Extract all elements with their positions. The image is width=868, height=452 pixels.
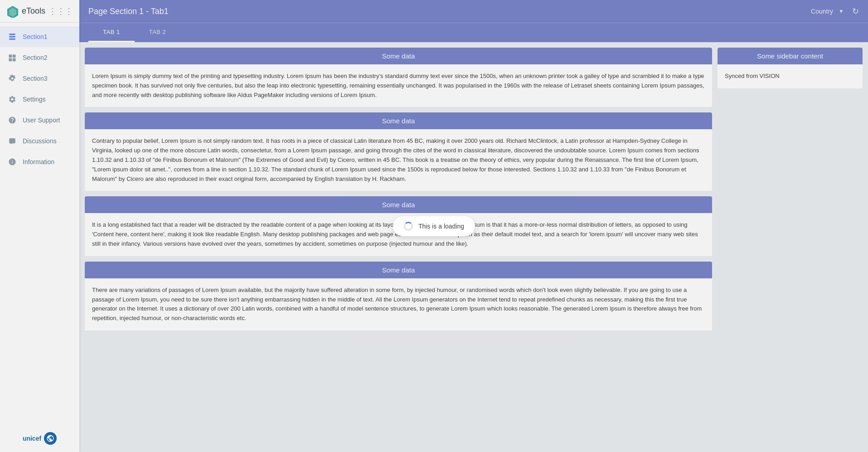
sidebar-item-information[interactable]: Information <box>0 151 79 172</box>
section3-icon <box>7 73 17 83</box>
sidebar-item-discussions[interactable]: Discussions <box>0 131 79 151</box>
section2-icon <box>7 53 17 63</box>
card-2: Some data Contrary to popular belief, Lo… <box>85 112 712 191</box>
card-1-header: Some data <box>85 48 712 64</box>
user-support-icon <box>7 115 17 125</box>
svg-rect-3 <box>9 36 15 38</box>
svg-rect-2 <box>9 34 15 35</box>
sidebar-item-label: Settings <box>23 96 46 103</box>
sidebar-item-section1[interactable]: Section1 <box>0 26 79 47</box>
sidebar-card-body: Synced from VISION <box>718 64 863 88</box>
section1-icon <box>7 32 17 42</box>
loading-spinner-icon <box>404 222 413 231</box>
sidebar: eTools ⋮⋮⋮ Section1 Section2 Section3 <box>0 0 79 452</box>
sidebar-item-section2[interactable]: Section2 <box>0 47 79 68</box>
loading-text: This is a loading <box>418 223 464 230</box>
svg-rect-6 <box>13 54 16 58</box>
information-icon <box>7 157 17 167</box>
tabs-bar: TAB 1 TAB 2 <box>79 23 868 42</box>
unicef-label: unicef <box>23 435 41 442</box>
card-4: Some data There are many variations of p… <box>85 262 712 330</box>
unicef-logo: unicef <box>23 432 57 445</box>
discussions-icon <box>7 136 17 146</box>
loading-popup: This is a loading <box>393 216 475 236</box>
sidebar-item-label: Section2 <box>23 54 47 61</box>
page-title: Page Section 1 - Tab1 <box>88 7 811 16</box>
svg-rect-5 <box>9 54 12 58</box>
grid-icon[interactable]: ⋮⋮⋮ <box>48 6 73 16</box>
card-4-header: Some data <box>85 262 712 278</box>
svg-rect-4 <box>9 39 15 40</box>
main-content: Some data Lorem Ipsum is simply dummy te… <box>85 48 712 447</box>
sidebar-item-label: User Support <box>23 117 60 124</box>
sidebar-item-label: Section3 <box>23 75 47 82</box>
settings-icon <box>7 94 17 104</box>
sidebar-item-section3[interactable]: Section3 <box>0 68 79 89</box>
sidebar-item-settings[interactable]: Settings <box>0 89 79 110</box>
card-1-body: Lorem Ipsum is simply dummy text of the … <box>85 64 712 107</box>
card-1: Some data Lorem Ipsum is simply dummy te… <box>85 48 712 107</box>
sidebar-nav: Section1 Section2 Section3 Settings User… <box>0 23 79 425</box>
country-selector[interactable]: Country ▼ ↻ <box>811 6 859 16</box>
card-2-body: Contrary to popular belief, Lorem Ipsum … <box>85 129 712 191</box>
refresh-icon[interactable]: ↻ <box>852 6 859 16</box>
sidebar-item-user-support[interactable]: User Support <box>0 110 79 131</box>
sidebar-footer: unicef <box>0 425 79 452</box>
svg-rect-8 <box>13 58 16 62</box>
content-area: Some data Lorem Ipsum is simply dummy te… <box>79 42 868 452</box>
tab-tab2[interactable]: TAB 2 <box>135 23 181 42</box>
sidebar-item-label: Discussions <box>23 137 57 145</box>
etools-logo-icon <box>6 5 19 18</box>
card-2-header: Some data <box>85 112 712 129</box>
logo-text: eTools <box>22 6 45 16</box>
card-3-header: Some data <box>85 196 712 213</box>
page-header: Page Section 1 - Tab1 Country ▼ ↻ <box>79 0 868 23</box>
unicef-globe-icon <box>44 432 57 445</box>
sidebar-panel: Some sidebar content Synced from VISION <box>718 48 863 447</box>
logo-area: eTools ⋮⋮⋮ <box>0 0 79 23</box>
svg-rect-7 <box>9 58 12 62</box>
sidebar-card: Some sidebar content Synced from VISION <box>718 48 863 88</box>
tab-tab1[interactable]: TAB 1 <box>88 23 135 42</box>
sidebar-item-label: Information <box>23 158 54 165</box>
chevron-down-icon: ▼ <box>839 8 844 15</box>
card-4-body: There are many variations of passages of… <box>85 278 712 330</box>
country-label: Country <box>811 8 833 15</box>
sidebar-item-label: Section1 <box>23 33 47 40</box>
sidebar-card-header: Some sidebar content <box>718 48 863 64</box>
